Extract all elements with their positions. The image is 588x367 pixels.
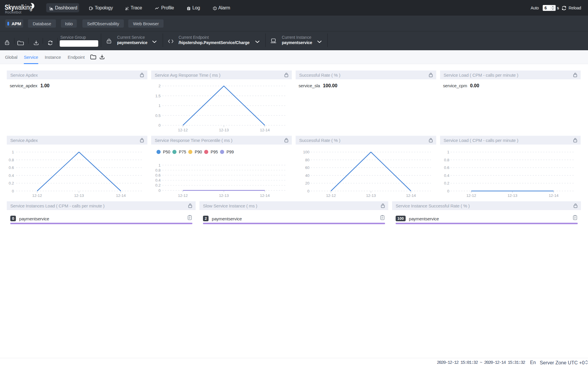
svg-text:0: 0: [447, 189, 449, 193]
svg-text:0.4: 0.4: [155, 178, 161, 182]
svg-text:2: 2: [159, 84, 161, 88]
svg-text:0.6: 0.6: [9, 165, 14, 170]
svg-text:0.4: 0.4: [9, 173, 14, 178]
svg-text:12-13: 12-13: [366, 193, 376, 198]
svg-text:1: 1: [12, 150, 14, 154]
svg-text:12-12: 12-12: [466, 193, 476, 198]
svg-text:12-13: 12-13: [74, 193, 84, 198]
svg-text:12-12: 12-12: [326, 193, 336, 198]
svg-text:12-12: 12-12: [32, 193, 42, 198]
svg-text:0.2: 0.2: [9, 181, 14, 185]
svg-text:12-14: 12-14: [260, 128, 270, 132]
svg-text:1: 1: [159, 163, 161, 167]
svg-text:0.8: 0.8: [155, 168, 161, 172]
svg-text:80: 80: [305, 158, 309, 162]
svg-text:0.8: 0.8: [9, 158, 14, 162]
svg-text:12-13: 12-13: [219, 193, 229, 198]
svg-text:0.8: 0.8: [444, 158, 449, 162]
svg-text:0.6: 0.6: [155, 173, 161, 177]
svg-text:0.2: 0.2: [444, 181, 449, 185]
svg-text:100: 100: [303, 150, 309, 154]
svg-text:0: 0: [12, 189, 14, 193]
svg-text:12-14: 12-14: [116, 193, 126, 198]
svg-text:1: 1: [447, 150, 449, 154]
svg-text:12-13: 12-13: [219, 128, 229, 132]
svg-text:0: 0: [159, 188, 161, 193]
svg-text:0: 0: [307, 189, 309, 193]
svg-text:12-14: 12-14: [406, 193, 416, 198]
svg-text:40: 40: [305, 173, 309, 178]
svg-text:1.5: 1.5: [155, 94, 161, 98]
svg-text:20: 20: [305, 181, 309, 185]
svg-text:0.2: 0.2: [155, 183, 161, 187]
svg-text:12-12: 12-12: [178, 193, 188, 198]
svg-text:1: 1: [159, 103, 161, 108]
svg-text:60: 60: [305, 165, 309, 170]
svg-text:0.6: 0.6: [444, 165, 449, 170]
svg-text:0: 0: [159, 123, 161, 128]
svg-text:12-14: 12-14: [549, 193, 558, 198]
svg-text:12-13: 12-13: [507, 193, 517, 198]
svg-text:12-12: 12-12: [178, 128, 188, 132]
svg-text:0.5: 0.5: [155, 113, 161, 118]
svg-text:12-14: 12-14: [260, 193, 270, 198]
svg-text:0.4: 0.4: [444, 173, 449, 178]
